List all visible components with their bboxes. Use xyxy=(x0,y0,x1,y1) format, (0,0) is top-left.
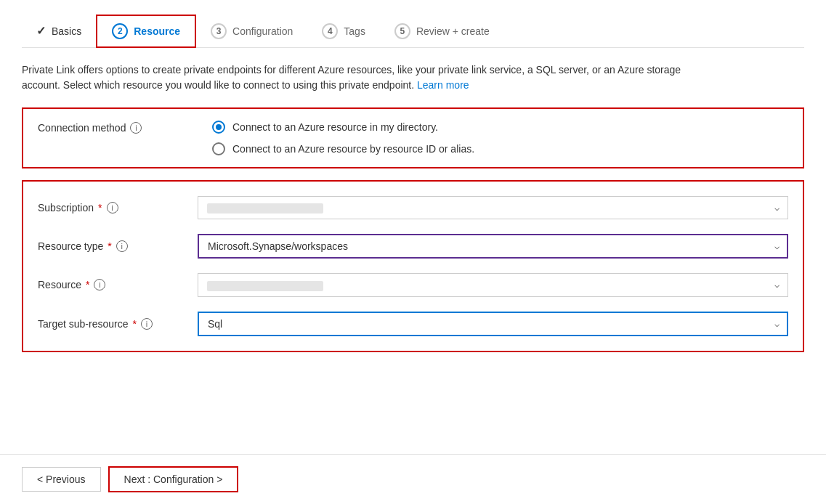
target-sub-resource-select[interactable]: Sql xyxy=(198,312,788,336)
connection-method-info-icon[interactable]: i xyxy=(130,122,142,134)
form-row-resource: Resource * i ⌵ xyxy=(38,273,788,296)
resource-type-select[interactable]: Microsoft.Synapse/workspaces xyxy=(198,234,788,259)
radio-option-resource-id[interactable]: Connect to an Azure resource by resource… xyxy=(212,142,474,155)
resource-info-icon[interactable]: i xyxy=(94,279,105,290)
tab-resource[interactable]: 2 Resource xyxy=(96,15,196,48)
subscription-select-wrapper: ⌵ xyxy=(198,196,788,219)
target-sub-resource-label: Target sub-resource * i xyxy=(38,318,183,330)
subscription-select[interactable] xyxy=(198,196,788,219)
radio-btn-directory xyxy=(212,121,225,134)
subscription-required-star: * xyxy=(98,202,102,214)
tab-resource-circle: 2 xyxy=(112,23,128,39)
tab-basics[interactable]: ✓ Basics xyxy=(22,17,96,45)
resource-type-required-star: * xyxy=(108,240,111,252)
tab-basics-label: Basics xyxy=(52,25,81,37)
tab-review-create[interactable]: 5 Review + create xyxy=(380,16,504,46)
learn-more-link[interactable]: Learn more xyxy=(417,79,469,91)
main-content: ✓ Basics 2 Resource 3 Configuration 4 T xyxy=(0,0,826,454)
resource-label: Resource * i xyxy=(38,279,183,290)
tab-resource-label: Resource xyxy=(134,25,180,37)
target-sub-resource-info-icon[interactable]: i xyxy=(141,318,153,330)
tab-configuration-circle: 3 xyxy=(211,23,227,39)
footer: < Previous Next : Configuration > xyxy=(0,454,826,504)
connection-method-label: Connection method i xyxy=(38,121,183,134)
radio-btn-resource-id xyxy=(212,142,225,155)
tab-review-create-label: Review + create xyxy=(416,25,490,37)
next-button[interactable]: Next : Configuration > xyxy=(108,466,239,492)
resource-fields-section: Subscription * i ⌵ Resource type * i xyxy=(22,180,804,352)
resource-type-label: Resource type * i xyxy=(38,240,183,252)
tab-configuration-label: Configuration xyxy=(232,25,293,37)
form-row-resource-type: Resource type * i Microsoft.Synapse/work… xyxy=(38,234,788,259)
tabs-row: ✓ Basics 2 Resource 3 Configuration 4 T xyxy=(22,15,804,48)
radio-option-directory[interactable]: Connect to an Azure resource in my direc… xyxy=(212,121,474,134)
resource-type-select-wrapper: Microsoft.Synapse/workspaces ⌵ xyxy=(198,234,788,259)
subscription-label: Subscription * i xyxy=(38,202,183,214)
target-sub-resource-required-star: * xyxy=(133,318,137,330)
resource-select[interactable] xyxy=(198,273,788,296)
connection-method-section: Connection method i Connect to an Azure … xyxy=(22,107,804,168)
page-container: ✓ Basics 2 Resource 3 Configuration 4 T xyxy=(0,0,826,504)
description-text: Private Link offers options to create pr… xyxy=(22,62,719,93)
subscription-blurred-value xyxy=(207,203,323,214)
tab-tags-label: Tags xyxy=(344,25,365,37)
resource-type-info-icon[interactable]: i xyxy=(116,240,128,252)
target-sub-resource-select-wrapper: Sql ⌵ xyxy=(198,312,788,336)
resource-required-star: * xyxy=(86,279,89,290)
radio-options: Connect to an Azure resource in my direc… xyxy=(212,121,474,155)
subscription-info-icon[interactable]: i xyxy=(107,202,118,214)
tab-tags[interactable]: 4 Tags xyxy=(307,16,380,46)
check-icon: ✓ xyxy=(36,24,46,38)
resource-select-wrapper: ⌵ xyxy=(198,273,788,296)
previous-button[interactable]: < Previous xyxy=(22,467,101,492)
resource-blurred-value xyxy=(207,281,323,291)
tab-tags-circle: 4 xyxy=(322,23,338,39)
tab-review-circle: 5 xyxy=(394,23,410,39)
form-row-target-sub-resource: Target sub-resource * i Sql ⌵ xyxy=(38,312,788,336)
tab-configuration[interactable]: 3 Configuration xyxy=(196,16,307,46)
form-row-subscription: Subscription * i ⌵ xyxy=(38,196,788,219)
